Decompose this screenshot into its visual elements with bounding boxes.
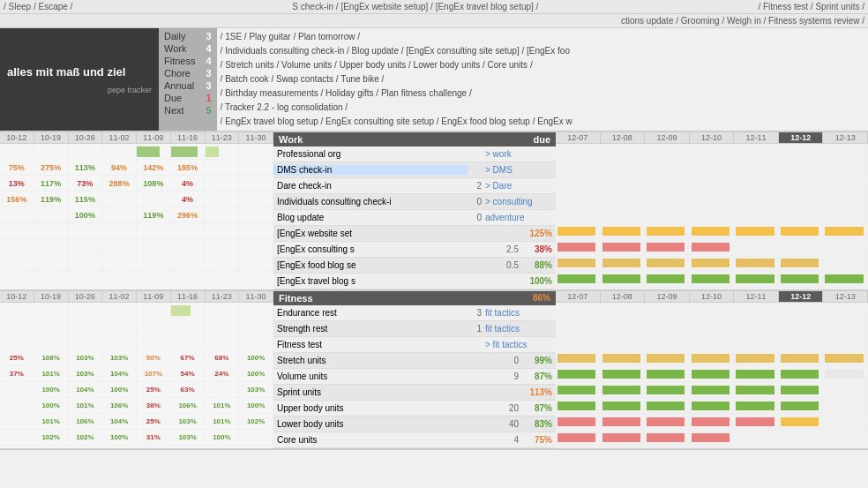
task-name[interactable]: Professional org (273, 149, 468, 159)
work-cal-cell (779, 207, 824, 222)
work-cal-cell (556, 223, 601, 238)
fitness-grid-row (0, 303, 273, 319)
work-cal-cell (556, 207, 601, 222)
cal-date: 12-09 (645, 132, 690, 143)
work-cal-cell (601, 144, 646, 159)
work-cal-cell (779, 191, 824, 206)
work-grid-cell (239, 255, 273, 270)
fitness-tasks-container: Endurance rest3fit tacticsStrength rest1… (273, 305, 556, 448)
fitness-task-name[interactable]: Upper body units (273, 403, 505, 413)
work-task-row: Individuals consulting check-i0> consult… (273, 194, 556, 210)
work-grid-cell (171, 255, 206, 270)
task-link[interactable]: > work (485, 149, 556, 159)
fitness-cal-cell (734, 366, 779, 381)
task-link[interactable]: > consulting (485, 197, 556, 206)
stat-label: Work (159, 42, 200, 55)
work-grid-cell (102, 191, 137, 206)
work-grid-cell (0, 223, 34, 238)
fitness-cal-cell (556, 303, 601, 318)
fitness-grid-cell (137, 334, 171, 349)
task-link[interactable]: > DMS (485, 165, 556, 175)
task-link[interactable]: > Dare (485, 181, 556, 191)
work-grid-row (0, 223, 273, 239)
work-grid-cell: 275% (34, 160, 69, 175)
work-grid-cell: 94% (102, 160, 137, 175)
fitness-cal-cell (556, 319, 601, 334)
task-link[interactable]: adventure (485, 213, 556, 222)
fitness-task-pct: 87% (522, 403, 556, 413)
work-cal-cell (645, 271, 690, 286)
stat-value: 4 (200, 42, 216, 55)
fitness-task-link[interactable]: > fit tactics (485, 340, 556, 349)
fitness-cal-cell (601, 334, 646, 349)
stat-label: Daily (159, 30, 200, 42)
work-cal-cell (556, 239, 601, 254)
fitness-task-name[interactable]: Core units (273, 435, 505, 445)
fitness-task-row: Volume units987% (273, 369, 556, 385)
work-cal-cell (645, 255, 690, 270)
work-grid-row (0, 144, 273, 160)
fitness-task-name[interactable]: Endurance rest (273, 308, 468, 318)
fitness-task-row: Stretch units099% (273, 353, 556, 369)
work-title: Work (279, 134, 303, 145)
grid-date: 11-16 (171, 132, 206, 143)
work-cal-cell (601, 223, 646, 238)
fitness-cal-row (556, 303, 868, 319)
work-cal-cell (823, 207, 868, 222)
work-cal-row (556, 239, 868, 255)
fitness-cal-cell (690, 398, 735, 413)
work-grid-cell: 73% (69, 176, 103, 191)
work-grid-cell (239, 144, 273, 159)
work-grid-cell: 117% (34, 176, 69, 191)
fitness-cal-row (556, 398, 868, 414)
fitness-task-name[interactable]: Stretch units (273, 356, 505, 365)
fitness-grid-cell: 68% (206, 350, 240, 365)
work-grid-row (0, 255, 273, 271)
task-due: 2.5 (505, 244, 522, 254)
grid-date: 11-30 (239, 132, 273, 143)
fitness-task-name[interactable]: Sprint units (273, 387, 505, 397)
task-name[interactable]: Individuals consulting check-i (273, 197, 468, 206)
work-grid-cell (34, 239, 69, 254)
task-name[interactable]: [EngEx consulting s (273, 244, 505, 254)
fitness-cal-cell (601, 350, 646, 365)
task-name[interactable]: [EngEx website set (273, 229, 505, 238)
cal-date: 12-10 (690, 132, 735, 143)
fitness-task-name[interactable]: Fitness test (273, 340, 468, 349)
fitness-task-due: 20 (505, 403, 522, 413)
stats-table: Daily3Work4Fitness4Chore3Annual3Due1Next… (159, 28, 217, 131)
fitness-grid-cell (171, 319, 206, 334)
work-task-row: [EngEx travel blog s100% (273, 274, 556, 289)
fitness-task-link[interactable]: fit tactics (485, 324, 556, 334)
work-cal-cell (690, 207, 735, 222)
task-name[interactable]: [EngEx travel blog s (273, 276, 505, 286)
stats-data: Daily3Work4Fitness4Chore3Annual3Due1Next… (159, 30, 217, 116)
fitness-cal-date: 12-10 (690, 291, 735, 302)
fitness-task-link[interactable]: fit tactics (485, 308, 556, 318)
task-name[interactable]: [EngEx food blog se (273, 260, 505, 270)
fitness-cal-cell (601, 430, 646, 445)
work-grid-cell (239, 176, 273, 191)
grid-date: 10-26 (69, 132, 103, 143)
work-cal-cell (601, 191, 646, 206)
task-name[interactable]: Dare check-in (273, 181, 468, 191)
work-grid-cell (206, 176, 240, 191)
fitness-grid-date: 10-26 (69, 291, 103, 302)
task-name[interactable]: Blog update (273, 213, 468, 222)
task-name[interactable]: DMS check-in (273, 165, 468, 175)
fitness-task-name[interactable]: Lower body units (273, 419, 505, 429)
fitness-task-pct: 99% (522, 356, 556, 365)
fitness-grid-cell: 104% (102, 366, 137, 381)
fitness-cal-date: 12-11 (734, 291, 779, 302)
fitness-task-name[interactable]: Strength rest (273, 324, 468, 334)
fitness-cal-cell (779, 334, 824, 349)
fitness-task-row: Sprint units113% (273, 385, 556, 401)
work-grid-cell: 115% (69, 191, 103, 206)
fitness-grid-cell: 104% (69, 382, 103, 397)
fitness-cal-cell (823, 398, 868, 413)
fitness-task-name[interactable]: Volume units (273, 372, 505, 381)
fitness-grid-cell: 37% (0, 366, 34, 381)
fitness-cal-cell (779, 414, 824, 429)
stat-value: 3 (200, 79, 216, 92)
work-cal-cell (690, 176, 735, 191)
